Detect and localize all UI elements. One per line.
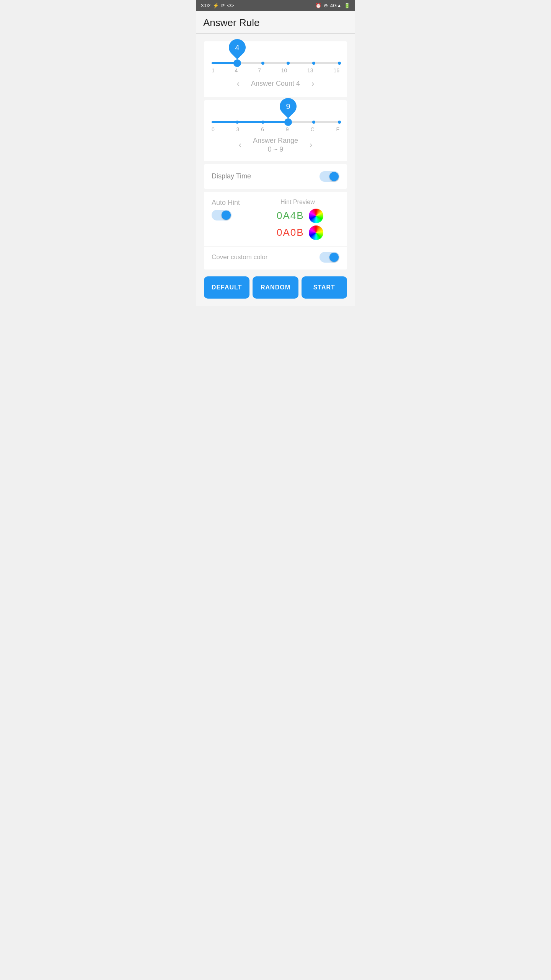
battery-icon: 🔋 bbox=[344, 3, 350, 8]
page-title: Answer Rule bbox=[203, 17, 348, 29]
display-time-label: Display Time bbox=[212, 172, 251, 180]
slider-dot-5 bbox=[338, 62, 341, 65]
main-content: 4 1 4 7 10 13 16 ‹ bbox=[196, 34, 355, 306]
time: 3:02 bbox=[201, 3, 210, 8]
answer-range-value: 9 bbox=[286, 102, 290, 111]
answer-range-track[interactable] bbox=[212, 121, 339, 123]
answer-count-increase[interactable]: › bbox=[308, 77, 318, 90]
answer-count-value: 4 bbox=[235, 43, 239, 52]
answer-count-label: Answer Count 4 bbox=[251, 79, 300, 88]
answer-range-control: ‹ Answer Range0 ~ 9 › bbox=[212, 136, 339, 154]
color-wheel-2[interactable] bbox=[309, 225, 323, 240]
auto-hint-label: Auto Hint bbox=[212, 199, 240, 207]
cover-custom-color-row: Cover custom color bbox=[204, 246, 347, 270]
answer-range-label: Answer Range0 ~ 9 bbox=[253, 136, 298, 154]
answer-count-bubble: 4 bbox=[225, 36, 249, 59]
answer-count-track[interactable] bbox=[212, 62, 339, 64]
slider-dot-3 bbox=[287, 62, 290, 65]
cover-color-label: Cover custom color bbox=[212, 253, 267, 261]
random-button[interactable]: RANDOM bbox=[253, 276, 298, 299]
answer-count-section: 4 1 4 7 10 13 16 ‹ bbox=[204, 41, 347, 97]
cover-color-thumb bbox=[329, 253, 339, 262]
p-icon: P bbox=[221, 3, 225, 8]
answer-range-increase[interactable]: › bbox=[306, 139, 316, 152]
minus-circle-icon: ⊖ bbox=[324, 3, 328, 8]
hint-row-1: 0A4B bbox=[277, 209, 323, 223]
status-right: ⏰ ⊖ 4G▲ 🔋 bbox=[315, 3, 350, 8]
answer-count-ticks: 1 4 7 10 13 16 bbox=[212, 67, 339, 74]
auto-hint-toggle[interactable] bbox=[212, 210, 231, 220]
display-time-section: Display Time bbox=[204, 164, 347, 189]
auto-hint-section: Auto Hint Hint Preview 0A4B 0A0B bbox=[204, 192, 347, 270]
hint-preview-area: Hint Preview 0A4B 0A0B bbox=[269, 199, 339, 246]
default-button[interactable]: DEFAULT bbox=[204, 276, 249, 299]
hint-code-red: 0A0B bbox=[277, 227, 304, 238]
answer-range-ticks: 0 3 6 9 C F bbox=[212, 126, 339, 132]
slider-dot-2 bbox=[261, 62, 264, 65]
alarm-icon: ⏰ bbox=[315, 3, 321, 8]
range-dot-5 bbox=[338, 121, 341, 124]
answer-count-pin: 4 bbox=[229, 39, 246, 56]
answer-count-slider-wrapper: 4 1 4 7 10 13 16 bbox=[212, 62, 339, 74]
usb-icon: ⚡ bbox=[213, 3, 219, 8]
range-dot-1 bbox=[236, 121, 239, 124]
display-time-thumb bbox=[329, 172, 339, 181]
bottom-buttons: DEFAULT RANDOM START bbox=[204, 273, 347, 302]
answer-count-decrease[interactable]: ‹ bbox=[233, 77, 243, 90]
answer-range-pin: 9 bbox=[280, 98, 297, 115]
answer-range-section: 9 0 3 6 9 C F ‹ Answer bbox=[204, 100, 347, 161]
title-bar: Answer Rule bbox=[196, 11, 355, 34]
start-button[interactable]: START bbox=[302, 276, 347, 299]
color-wheel-1[interactable] bbox=[309, 209, 323, 223]
auto-hint-thumb bbox=[222, 211, 231, 220]
hint-code-green: 0A4B bbox=[277, 210, 304, 222]
answer-range-thumb[interactable] bbox=[284, 118, 292, 126]
hint-preview-title: Hint Preview bbox=[280, 199, 315, 206]
hint-row-2: 0A0B bbox=[277, 225, 323, 240]
status-bar: 3:02 ⚡ P </> ⏰ ⊖ 4G▲ 🔋 bbox=[196, 0, 355, 11]
answer-range-slider-wrapper: 9 0 3 6 9 C F bbox=[212, 121, 339, 132]
range-dot-4 bbox=[312, 121, 315, 124]
slider-dot-4 bbox=[312, 62, 315, 65]
answer-range-decrease[interactable]: ‹ bbox=[235, 139, 245, 152]
cover-color-toggle[interactable] bbox=[320, 252, 339, 263]
answer-count-thumb[interactable] bbox=[233, 59, 241, 67]
display-time-row: Display Time bbox=[204, 164, 347, 189]
answer-range-fill bbox=[212, 121, 288, 123]
range-dot-2 bbox=[261, 121, 264, 124]
answer-range-bubble: 9 bbox=[276, 95, 300, 118]
status-left: 3:02 ⚡ P </> bbox=[201, 3, 234, 8]
network-icon: 4G▲ bbox=[330, 3, 342, 8]
display-time-toggle[interactable] bbox=[320, 171, 339, 182]
code-icon: </> bbox=[227, 3, 234, 8]
answer-count-control: ‹ Answer Count 4 › bbox=[212, 77, 339, 90]
